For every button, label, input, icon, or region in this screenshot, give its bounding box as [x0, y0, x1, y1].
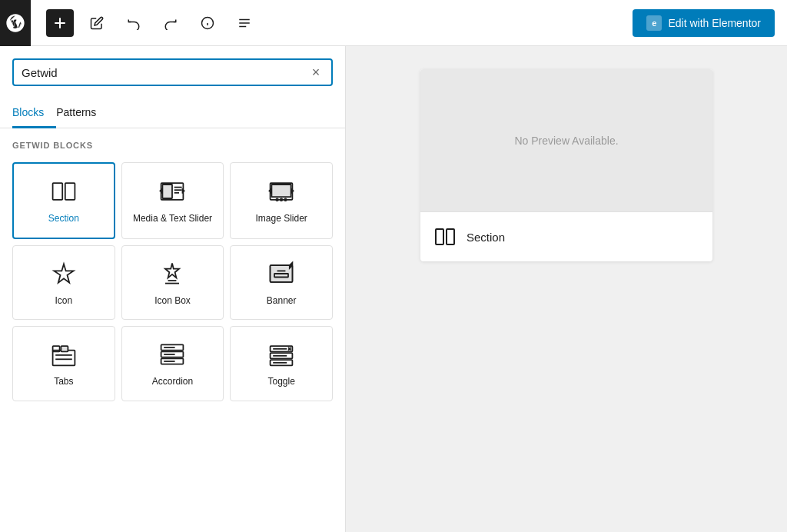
plus-icon	[54, 17, 66, 29]
info-icon	[201, 16, 214, 30]
block-item-media-text-slider[interactable]: Media & Text Slider	[121, 162, 224, 239]
block-item-icon[interactable]: Icon	[12, 245, 115, 321]
edit-pen-button[interactable]	[83, 9, 111, 37]
redo-button[interactable]	[157, 9, 184, 37]
media-text-slider-svg	[158, 178, 186, 205]
block-item-toggle[interactable]: Toggle	[230, 326, 333, 401]
wordpress-icon	[5, 12, 26, 34]
elementor-e-icon: e	[646, 15, 662, 31]
group-label: GETWID BLOCKS	[12, 141, 333, 150]
preview-section-icon	[433, 224, 457, 249]
section-block-icon	[48, 176, 79, 207]
block-item-icon-box[interactable]: Icon Box	[121, 245, 224, 321]
block-item-image-slider[interactable]: Image Slider	[230, 162, 333, 239]
search-clear-button[interactable]: ×	[308, 65, 324, 80]
tabs-svg	[50, 341, 78, 368]
search-wrapper: ×	[12, 58, 333, 86]
image-slider-icon	[266, 176, 297, 207]
svg-rect-9	[163, 185, 173, 198]
tabs-block-icon	[48, 339, 79, 370]
accordion-svg	[158, 341, 186, 368]
block-item-accordion[interactable]: Accordion	[121, 326, 224, 401]
image-slider-svg	[267, 178, 295, 205]
banner-block-label: Banner	[267, 295, 297, 308]
top-bar: e Edit with Elementor	[0, 0, 787, 46]
svg-rect-6	[52, 183, 62, 200]
blocks-grid: Section M	[12, 162, 333, 401]
block-item-section[interactable]: Section	[12, 162, 115, 239]
svg-rect-47	[447, 229, 454, 244]
section-block-label: Section	[48, 213, 79, 225]
search-area: ×	[0, 46, 345, 98]
preview-image-area: No Preview Available.	[420, 69, 712, 211]
block-item-banner[interactable]: Banner	[230, 245, 333, 321]
banner-block-icon	[266, 258, 297, 289]
svg-rect-29	[61, 346, 68, 351]
wp-logo	[0, 0, 31, 46]
svg-point-15	[276, 198, 278, 201]
media-text-slider-label: Media & Text Slider	[133, 213, 212, 225]
toggle-block-icon	[266, 339, 297, 370]
list-icon	[237, 16, 251, 30]
tabs-block-label: Tabs	[54, 376, 73, 388]
icon-box-block-icon	[157, 258, 188, 289]
icon-block-label: Icon	[55, 295, 72, 308]
svg-rect-27	[52, 351, 75, 366]
list-view-button[interactable]	[231, 9, 258, 37]
preview-block-name: Section	[467, 231, 505, 244]
svg-rect-7	[65, 183, 75, 200]
left-panel: × Blocks Patterns GETWID BLOCKS	[0, 46, 346, 532]
info-button[interactable]	[194, 9, 221, 37]
no-preview-text: No Preview Available.	[514, 135, 618, 147]
banner-svg	[267, 260, 295, 288]
preview-info: Section	[420, 211, 712, 261]
icon-svg	[50, 260, 78, 288]
svg-point-17	[284, 198, 287, 201]
image-slider-label: Image Slider	[255, 213, 307, 225]
undo-icon	[127, 16, 141, 30]
preview-section-svg	[434, 226, 456, 248]
svg-point-16	[281, 198, 283, 201]
undo-button[interactable]	[120, 9, 148, 37]
svg-marker-19	[165, 263, 179, 278]
redo-icon	[164, 16, 178, 30]
toggle-block-label: Toggle	[267, 376, 294, 388]
add-block-button[interactable]	[46, 9, 74, 37]
tab-patterns[interactable]: Patterns	[56, 98, 108, 128]
svg-marker-18	[54, 264, 73, 282]
svg-rect-14	[272, 185, 291, 197]
icon-block-icon	[48, 258, 79, 289]
section-icon	[50, 178, 78, 205]
accordion-block-icon	[157, 339, 188, 370]
edit-with-elementor-button[interactable]: e Edit with Elementor	[633, 9, 775, 37]
tabs-row: Blocks Patterns	[0, 98, 345, 128]
pen-icon	[90, 16, 104, 30]
edit-elementor-label: Edit with Elementor	[668, 17, 761, 29]
preview-card: No Preview Available. Section	[420, 69, 712, 261]
media-text-slider-icon	[157, 176, 188, 207]
blocks-content: GETWID BLOCKS Section	[0, 128, 345, 532]
right-panel: No Preview Available. Section	[346, 46, 787, 532]
search-input[interactable]	[22, 66, 302, 79]
icon-box-block-label: Icon Box	[154, 295, 191, 308]
svg-rect-46	[436, 229, 443, 244]
accordion-block-label: Accordion	[152, 376, 193, 388]
toggle-svg	[267, 341, 295, 368]
tab-blocks[interactable]: Blocks	[12, 98, 56, 128]
main-layout: × Blocks Patterns GETWID BLOCKS	[0, 46, 787, 532]
block-item-tabs[interactable]: Tabs	[12, 326, 115, 401]
icon-box-svg	[158, 260, 186, 288]
